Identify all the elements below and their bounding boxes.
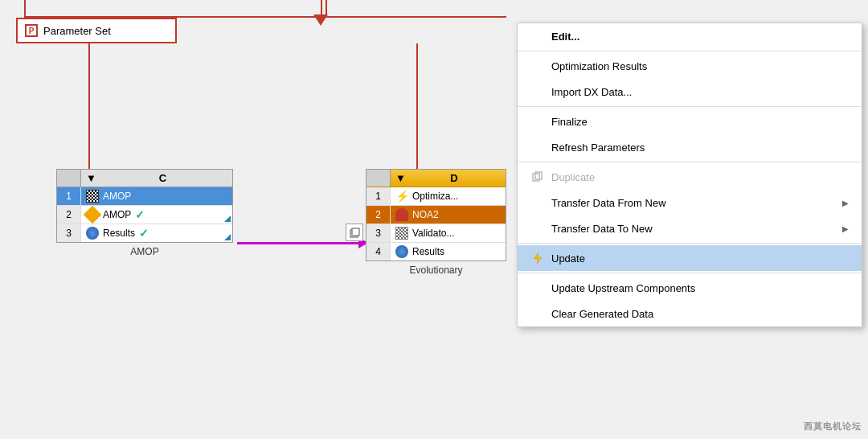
transfer-to-icon-spacer xyxy=(530,221,545,236)
evo-row-1[interactable]: 1 ⚡ Optimiza... xyxy=(366,187,506,206)
menu-item-opt-results[interactable]: Optimization Results xyxy=(518,53,862,79)
menu-item-transfer-to[interactable]: Transfer Data To New ▶ xyxy=(518,215,862,241)
evo-header-num xyxy=(366,170,391,187)
evo-node: ▼ D 1 ⚡ Optimiza... 2 NOA2 xyxy=(366,169,506,276)
evo-row-1-label: Optimiza... xyxy=(412,191,458,202)
param-set-label: Parameter Set xyxy=(43,25,111,37)
checker-icon xyxy=(86,190,99,203)
lightning-icon-evo: ⚡ xyxy=(395,190,408,203)
svg-marker-6 xyxy=(534,252,542,264)
amop-row-3-label: Results xyxy=(103,228,135,239)
evo-row-3-content: Validato... xyxy=(391,224,506,242)
amop-row-3-content: Results ✓ xyxy=(81,224,232,242)
menu-sep-2 xyxy=(518,106,862,107)
menu-duplicate-label: Duplicate xyxy=(551,171,849,183)
menu-finalize-label: Finalize xyxy=(551,116,849,128)
evo-row-4[interactable]: 4 Results xyxy=(366,243,506,261)
update-upstream-icon-spacer xyxy=(530,281,545,295)
opt-icon-spacer xyxy=(530,59,545,73)
top-line-v1 xyxy=(24,0,26,16)
amop-row-1[interactable]: 1 AMOP xyxy=(57,187,232,206)
evo-row-2-label: NOA2 xyxy=(412,209,439,220)
menu-sep-5 xyxy=(518,273,862,273)
evo-row-4-content: Results xyxy=(391,243,506,261)
blue-triangle-2 xyxy=(224,215,231,222)
menu-clear-data-label: Clear Generated Data xyxy=(551,308,849,320)
menu-item-clear-data[interactable]: Clear Generated Data xyxy=(518,301,862,326)
transfer-to-submenu-arrow: ▶ xyxy=(842,224,849,233)
vline-right xyxy=(416,43,418,172)
menu-item-edit[interactable]: Edit... xyxy=(518,23,862,49)
svg-text:P: P xyxy=(29,27,35,35)
evo-table-header: ▼ D xyxy=(366,170,506,187)
import-icon-spacer xyxy=(530,84,545,99)
menu-refresh-label: Refresh Parameters xyxy=(551,142,849,154)
amop-table-header: ▼ C xyxy=(57,170,232,187)
check-mark-3: ✓ xyxy=(139,227,149,240)
amop-row-2[interactable]: 2 AMOP ✓ xyxy=(57,206,232,224)
evo-row-1-content: ⚡ Optimiza... xyxy=(391,187,506,205)
evo-row-3-num: 3 xyxy=(366,224,391,242)
amop-node: ▼ C 1 AMOP 2 AMOP ✓ xyxy=(56,169,233,257)
amop-row-2-num: 2 xyxy=(57,206,81,224)
check-mark-2: ✓ xyxy=(135,208,145,221)
menu-transfer-from-label: Transfer Data From New xyxy=(551,197,836,209)
amop-header-col: ▼ C xyxy=(81,170,232,187)
refresh-icon-spacer xyxy=(530,140,545,154)
globe-icon-evo xyxy=(395,245,408,258)
arrow-line xyxy=(237,242,362,244)
amop-row-3[interactable]: 3 Results ✓ xyxy=(57,224,232,242)
amop-row-2-label: AMOP xyxy=(103,209,131,220)
canvas-area: P Parameter Set ▼ C 1 AMOP xyxy=(0,0,514,439)
amop-row-1-content: AMOP xyxy=(81,187,232,205)
evo-row-1-num: 1 xyxy=(366,187,391,205)
person-icon xyxy=(395,208,408,221)
amop-row-2-content: AMOP ✓ xyxy=(81,206,232,224)
down-arrow xyxy=(313,0,328,26)
amop-row-3-num: 3 xyxy=(57,224,81,242)
evo-row-4-num: 4 xyxy=(366,243,391,261)
amop-row-1-num: 1 xyxy=(57,187,81,205)
evo-row-2[interactable]: 2 NOA2 xyxy=(366,206,506,224)
context-menu: Edit... Optimization Results Import DX D… xyxy=(517,23,862,327)
update-lightning-icon xyxy=(530,251,545,265)
menu-import-label: Import DX Data... xyxy=(551,86,849,98)
evo-label: Evolutionary xyxy=(366,265,506,276)
globe-icon-amop xyxy=(86,227,99,240)
menu-edit-label: Edit... xyxy=(551,31,849,43)
menu-sep-4 xyxy=(518,243,862,244)
amop-dropdown-arrow[interactable]: ▼ xyxy=(86,172,96,184)
duplicate-icon xyxy=(530,170,545,184)
menu-update-label: Update xyxy=(551,252,849,265)
evo-row-2-content: NOA2 xyxy=(391,206,506,224)
evo-row-3[interactable]: 3 Validato... xyxy=(366,224,506,243)
evo-row-4-label: Results xyxy=(412,246,444,257)
blue-triangle-3 xyxy=(224,234,231,240)
vline-left xyxy=(88,43,90,172)
menu-opt-results-label: Optimization Results xyxy=(551,60,849,72)
evo-row-3-label: Validato... xyxy=(412,228,454,239)
menu-transfer-to-label: Transfer Data To New xyxy=(551,223,836,235)
evo-col-label: D xyxy=(450,172,457,184)
validate-icon xyxy=(395,227,408,240)
evo-row-2-num: 2 xyxy=(366,206,391,224)
menu-sep-1 xyxy=(518,51,862,51)
menu-item-import-dx[interactable]: Import DX Data... xyxy=(518,79,862,105)
watermark: 西莫电机论坛 xyxy=(804,421,862,433)
connect-arrow xyxy=(237,242,362,244)
transfer-from-icon-spacer xyxy=(530,195,545,210)
finalize-icon-spacer xyxy=(530,114,545,129)
menu-item-update[interactable]: Update xyxy=(518,245,862,271)
menu-update-upstream-label: Update Upstream Components xyxy=(551,282,849,294)
copy-icon xyxy=(346,224,363,241)
menu-item-finalize[interactable]: Finalize xyxy=(518,109,862,134)
evo-dropdown-arrow[interactable]: ▼ xyxy=(395,172,406,184)
menu-item-refresh[interactable]: Refresh Parameters xyxy=(518,134,862,160)
menu-item-transfer-from[interactable]: Transfer Data From New ▶ xyxy=(518,190,862,215)
menu-item-update-upstream[interactable]: Update Upstream Components xyxy=(518,275,862,301)
svg-rect-3 xyxy=(352,228,359,236)
menu-item-duplicate[interactable]: Duplicate xyxy=(518,164,862,190)
param-set-icon: P xyxy=(24,23,39,38)
clear-data-icon-spacer xyxy=(530,306,545,321)
evo-header-col: ▼ D xyxy=(391,170,506,187)
